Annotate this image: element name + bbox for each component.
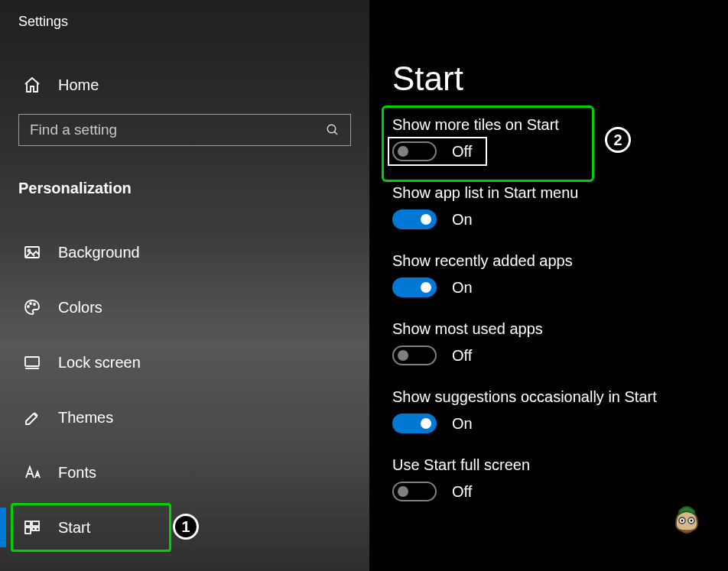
mascot-icon (668, 501, 705, 537)
nav-item-label: Start (58, 519, 90, 537)
toggle-state: Off (452, 143, 472, 161)
svg-rect-7 (25, 521, 31, 526)
content-pane: Start Show more tiles on Start Off 2 Sho… (369, 0, 728, 571)
toggle-show-most-used[interactable] (392, 346, 437, 365)
toggle-state: Off (452, 347, 472, 365)
setting-label: Show more tiles on Start (392, 116, 728, 134)
group-label: Personalization (18, 180, 369, 197)
toggle-show-more-tiles[interactable] (392, 141, 437, 161)
setting-start-full-screen: Use Start full screen Off (392, 456, 728, 501)
app-title: Settings (0, 0, 369, 30)
toggle-show-app-list[interactable] (392, 209, 437, 229)
setting-label: Show suggestions occasionally in Start (392, 388, 728, 406)
svg-rect-6 (25, 357, 39, 366)
toggle-state: On (452, 211, 473, 229)
themes-icon (23, 408, 41, 427)
nav-item-label: Background (58, 244, 140, 261)
svg-rect-8 (32, 521, 39, 526)
nav-item-label: Themes (58, 409, 113, 427)
nav-item-fonts[interactable]: Fonts (0, 445, 176, 500)
search-icon (326, 123, 340, 137)
lockscreen-icon (23, 353, 41, 371)
svg-point-5 (34, 303, 35, 305)
svg-point-4 (30, 303, 31, 304)
svg-point-15 (691, 520, 693, 522)
page-title: Start (392, 60, 728, 98)
annotation-badge-1: 1 (173, 514, 199, 540)
sidebar: Settings Home Personalization Background (0, 0, 369, 571)
start-icon (23, 518, 41, 537)
nav-home[interactable]: Home (23, 76, 369, 94)
svg-point-3 (28, 306, 29, 307)
svg-point-0 (327, 125, 336, 133)
setting-label: Show recently added apps (392, 252, 728, 270)
svg-point-14 (681, 520, 684, 522)
setting-show-most-used: Show most used apps Off (392, 320, 728, 365)
setting-show-more-tiles: Show more tiles on Start Off 2 (392, 116, 728, 161)
nav-home-label: Home (58, 76, 99, 94)
setting-show-app-list: Show app list in Start menu On (392, 184, 728, 229)
search-box[interactable] (18, 114, 351, 146)
nav-item-colors[interactable]: Colors (0, 280, 176, 335)
setting-show-suggestions: Show suggestions occasionally in Start O… (392, 388, 728, 433)
home-icon (23, 76, 41, 94)
nav-item-label: Colors (58, 299, 102, 316)
annotation-badge-2: 2 (605, 127, 631, 153)
svg-point-2 (28, 250, 31, 252)
toggle-start-full-screen[interactable] (392, 482, 437, 501)
toggle-state: Off (452, 483, 472, 501)
nav-item-background[interactable]: Background (0, 225, 176, 280)
svg-rect-11 (36, 527, 39, 530)
nav-list: Background Colors Lock screen Themes (0, 225, 369, 555)
setting-label: Show most used apps (392, 320, 728, 338)
palette-icon (23, 298, 41, 316)
setting-show-recently-added: Show recently added apps On (392, 252, 728, 297)
toggle-show-recently-added[interactable] (392, 277, 437, 297)
svg-rect-10 (32, 527, 35, 530)
toggle-state: On (452, 279, 473, 297)
nav-item-start[interactable]: Start 1 (0, 500, 176, 555)
nav-item-label: Fonts (58, 464, 96, 482)
search-input[interactable] (30, 122, 326, 138)
nav-item-themes[interactable]: Themes (0, 390, 176, 445)
nav-item-lock-screen[interactable]: Lock screen (0, 335, 176, 390)
toggle-show-suggestions[interactable] (392, 414, 437, 433)
setting-label: Use Start full screen (392, 456, 728, 474)
setting-label: Show app list in Start menu (392, 184, 728, 202)
nav-item-label: Lock screen (58, 354, 141, 371)
fonts-icon (23, 463, 41, 482)
toggle-state: On (452, 415, 473, 433)
picture-icon (23, 243, 41, 261)
svg-rect-9 (25, 527, 31, 534)
